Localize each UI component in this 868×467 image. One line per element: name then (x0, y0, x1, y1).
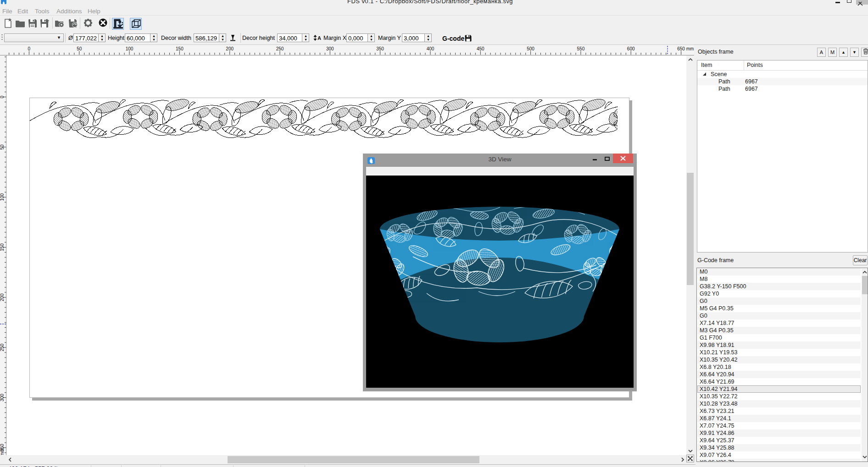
svg-text:mm: mm (0, 449, 5, 455)
svg-text:150: 150 (0, 243, 5, 251)
svg-text:A: A (317, 35, 321, 41)
svg-text:100: 100 (126, 46, 134, 51)
svg-text:100: 100 (0, 193, 5, 201)
svg-text:300: 300 (326, 46, 334, 51)
svg-text:150: 150 (176, 46, 184, 51)
svg-text:650: 650 (677, 46, 685, 51)
svg-text:250: 250 (0, 343, 5, 351)
svg-text:mm: mm (686, 46, 694, 51)
svg-text:600: 600 (627, 46, 635, 51)
svg-text:400: 400 (427, 46, 434, 51)
svg-text:200: 200 (0, 293, 5, 301)
svg-text:0: 0 (28, 46, 31, 51)
svg-text:0: 0 (0, 95, 5, 98)
svg-text:550: 550 (577, 46, 585, 51)
svg-text:300: 300 (0, 394, 5, 401)
svg-text:450: 450 (477, 46, 484, 51)
svg-text:50: 50 (77, 46, 82, 51)
svg-text:500: 500 (527, 46, 534, 51)
svg-text:350: 350 (376, 46, 384, 51)
svg-text:50: 50 (0, 144, 5, 150)
svg-text:250: 250 (276, 46, 284, 51)
svg-text:200: 200 (226, 46, 234, 51)
